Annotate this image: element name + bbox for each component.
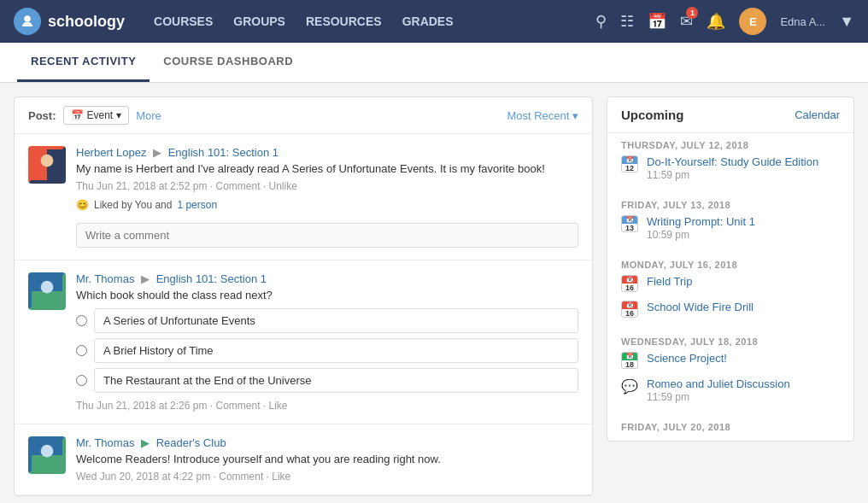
poll-radio-2[interactable] (76, 345, 87, 356)
poll-options: A Series of Unfortunate Events A Brief H… (76, 308, 578, 393)
logo-icon (14, 8, 41, 35)
tabs-bar: RECENT ACTIVITY COURSE DASHBOARD (0, 43, 868, 83)
messages-icon[interactable]: ✉ 1 (680, 12, 693, 31)
unlike-link[interactable]: Unlike (269, 180, 297, 192)
poll-option: A Brief History of Time (76, 338, 578, 363)
sort-button[interactable]: Most Recent ▾ (507, 109, 578, 122)
event-name[interactable]: Romeo and Juliet Discussion (647, 377, 840, 390)
tab-course-dashboard[interactable]: COURSE DASHBOARD (150, 43, 307, 82)
activity-item: Mr. Thomas ▶ English 101: Section 1 Whic… (15, 260, 592, 424)
like-text: Liked by You and (94, 199, 172, 211)
discussion-bubble-icon: 💬 (621, 377, 638, 395)
arrow-icon: ▶ (141, 272, 150, 285)
activity-text: Welcome Readers! Introduce yourself and … (76, 453, 578, 465)
comment-link[interactable]: Comment (219, 471, 263, 483)
tab-recent-activity[interactable]: RECENT ACTIVITY (17, 43, 150, 82)
user-name[interactable]: Edna A... (780, 15, 825, 28)
poll-option-label: A Brief History of Time (94, 338, 578, 363)
svg-point-9 (41, 445, 54, 458)
svg-point-6 (41, 281, 54, 294)
svg-point-0 (24, 15, 31, 22)
author-link[interactable]: Mr. Thomas (76, 272, 134, 285)
svg-rect-8 (32, 455, 62, 471)
like-link[interactable]: Like (269, 400, 288, 412)
calendar-event-icon: 📆 16 (621, 275, 638, 292)
nav-links: COURSES GROUPS RESOURCES GRADES (145, 9, 462, 33)
calendar-event-icon: 📆 13 (621, 215, 638, 232)
author-link[interactable]: Herbert Lopez (76, 146, 146, 159)
activity-meta: Mr. Thomas ▶ English 101: Section 1 (76, 272, 578, 285)
event-item: 💬 Romeo and Juliet Discussion 11:59 pm (621, 377, 840, 403)
event-info: Romeo and Juliet Discussion 11:59 pm (647, 377, 840, 403)
poll-radio-3[interactable] (76, 375, 87, 386)
activity-top: Herbert Lopez ▶ English 101: Section 1 M… (28, 146, 578, 248)
event-info: Writing Prompt: Unit 1 10:59 pm (647, 215, 840, 241)
date-label: THURSDAY, JULY 12, 2018 (621, 140, 840, 150)
post-label: Post: (28, 109, 56, 122)
logo-text: schoology (48, 13, 125, 31)
like-link[interactable]: Like (272, 471, 290, 483)
course-link[interactable]: Reader's Club (156, 436, 226, 449)
activity-content: Herbert Lopez ▶ English 101: Section 1 M… (76, 146, 578, 248)
activity-time: Thu Jun 21, 2018 at 2:52 pm · Comment · … (76, 180, 578, 192)
course-link[interactable]: English 101: Section 1 (156, 272, 267, 285)
dot-separator2: · (263, 180, 269, 192)
author-link[interactable]: Mr. Thomas (76, 436, 134, 449)
activity-meta: Mr. Thomas ▶ Reader's Club (76, 436, 578, 449)
event-name[interactable]: Do-It-Yourself: Study Guide Edition (647, 155, 840, 168)
like-person-link[interactable]: 1 person (177, 199, 217, 211)
event-info: School Wide Fire Drill (647, 301, 840, 313)
poll-radio-1[interactable] (76, 315, 87, 326)
avatar[interactable]: E (739, 8, 766, 35)
date-section: FRIDAY, JULY 13, 2018 📆 13 Writing Promp… (607, 193, 853, 253)
upcoming-header: Upcoming Calendar (607, 97, 853, 133)
event-time: 11:59 pm (647, 391, 840, 403)
date-label: WEDNESDAY, JULY 18, 2018 (621, 336, 840, 347)
date-section: THURSDAY, JULY 12, 2018 📆 12 Do-It-Yours… (607, 133, 853, 193)
date-section: MONDAY, JULY 16, 2018 📆 16 Field Trip 📆 … (607, 253, 853, 330)
like-emoji: 😊 (76, 199, 89, 211)
event-name[interactable]: Science Project! (647, 352, 840, 365)
calendar-small-icon: 📅 (71, 109, 84, 121)
chevron-down-icon[interactable]: ▼ (839, 13, 854, 31)
comment-input[interactable] (76, 223, 578, 248)
event-name[interactable]: School Wide Fire Drill (647, 301, 840, 313)
nav-groups[interactable]: GROUPS (225, 9, 294, 33)
event-name[interactable]: Writing Prompt: Unit 1 (647, 215, 840, 228)
activity-text: My name is Herbert and I've already read… (76, 162, 578, 175)
nav-resources[interactable]: RESOURCES (297, 9, 390, 33)
event-info: Do-It-Yourself: Study Guide Edition 11:5… (647, 155, 840, 181)
nav-courses[interactable]: COURSES (145, 9, 221, 33)
comment-link[interactable]: Comment (215, 180, 260, 192)
activity-time: Thu Jun 21, 2018 at 2:26 pm · Comment · … (76, 400, 578, 412)
calendar-event-icon: 📆 16 (621, 301, 638, 318)
calendar-event-icon: 📆 18 (621, 352, 638, 369)
activity-meta: Herbert Lopez ▶ English 101: Section 1 (76, 146, 578, 159)
notifications-icon[interactable]: 🔔 (707, 12, 725, 31)
activity-top: Mr. Thomas ▶ Reader's Club Welcome Reade… (28, 436, 578, 483)
event-item: 📆 13 Writing Prompt: Unit 1 10:59 pm (621, 215, 840, 241)
course-link[interactable]: English 101: Section 1 (168, 146, 279, 159)
date-section: FRIDAY, JULY 20, 2018 (607, 415, 853, 441)
upcoming-panel: Upcoming Calendar THURSDAY, JULY 12, 201… (607, 97, 854, 442)
search-icon[interactable]: ⚲ (595, 12, 607, 31)
svg-rect-5 (32, 291, 62, 307)
grid-icon[interactable]: ☷ (620, 12, 634, 31)
calendar-event-icon: 📆 12 (621, 155, 638, 173)
poll-option: A Series of Unfortunate Events (76, 308, 578, 333)
event-name[interactable]: Field Trip (647, 275, 840, 288)
event-button[interactable]: 📅 Event ▾ (63, 106, 130, 125)
activity-content: Mr. Thomas ▶ Reader's Club Welcome Reade… (76, 436, 578, 483)
calendar-link[interactable]: Calendar (795, 108, 840, 121)
avatar (28, 436, 66, 474)
activity-text: Which book should the class read next? (76, 289, 578, 301)
nav-grades[interactable]: GRADES (394, 9, 462, 33)
like-row: 😊 Liked by You and 1 person (76, 199, 578, 211)
avatar (28, 272, 66, 310)
poll-option: The Restaurant at the End of the Univers… (76, 368, 578, 393)
logo[interactable]: schoology (14, 8, 125, 35)
arrow-icon: ▶ (153, 146, 161, 159)
calendar-icon[interactable]: 📅 (648, 12, 666, 31)
more-button[interactable]: More (136, 109, 161, 122)
comment-link[interactable]: Comment (215, 400, 260, 412)
